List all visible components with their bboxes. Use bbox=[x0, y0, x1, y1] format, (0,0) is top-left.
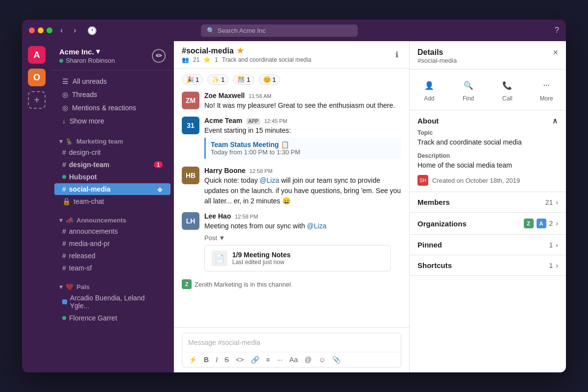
shortcuts-label: Shortcuts bbox=[417, 261, 452, 270]
sidebar-item-show-more[interactable]: ↓ Show more bbox=[54, 115, 171, 127]
group-pals-label[interactable]: ▾ ❤️ Pals bbox=[51, 280, 173, 292]
topic-value: Track and coordinate social media bbox=[417, 138, 558, 147]
channel-media-and-pr[interactable]: # media-and-pr bbox=[54, 238, 171, 249]
details-about-section: About ∧ Topic Track and coordinate socia… bbox=[410, 110, 566, 192]
channel-hubspot[interactable]: Hubspot bbox=[54, 171, 171, 183]
reaction-sparkle[interactable]: ✨ 1 bbox=[207, 74, 229, 85]
post-label[interactable]: Post ▼ bbox=[204, 234, 225, 242]
code-button[interactable]: <> bbox=[233, 354, 246, 365]
channel-team-sf[interactable]: # team-sf bbox=[54, 262, 171, 274]
members-meta: 21 › bbox=[545, 198, 558, 206]
msg-author: Acme Team bbox=[204, 117, 243, 124]
about-header[interactable]: About ∧ bbox=[417, 116, 558, 125]
search-bar[interactable]: 🔍 bbox=[201, 24, 358, 37]
action-find[interactable]: 🔍 Find bbox=[449, 75, 488, 104]
message-header: Lee Hao 12:58 PM bbox=[204, 212, 401, 220]
action-call-label: Call bbox=[502, 95, 513, 102]
group-marketing-label[interactable]: ▾ 🦜 Marketing team bbox=[51, 135, 173, 146]
dm-florence[interactable]: Florence Garret bbox=[54, 312, 171, 324]
members-icon: 👥 bbox=[182, 56, 189, 63]
workspace-icon-primary[interactable]: A bbox=[28, 46, 46, 64]
avatar: HB bbox=[182, 167, 199, 184]
member-count: 21 bbox=[193, 56, 199, 63]
group-announcements-label[interactable]: ▾ 📣 Announcements bbox=[51, 214, 173, 225]
back-button[interactable]: ‹ bbox=[57, 24, 66, 37]
italic-button[interactable]: I bbox=[213, 354, 220, 365]
more-formatting-button[interactable]: ··· bbox=[274, 354, 285, 365]
workspace-name[interactable]: Acme Inc. ▾ bbox=[59, 47, 115, 56]
channel-description: Track and coordinate social media bbox=[222, 56, 311, 63]
compose-button[interactable]: ✏ bbox=[152, 49, 166, 63]
mentions-label: Mentions & reactions bbox=[72, 104, 136, 112]
msg-text: No! It was my pleasure! Great to see the… bbox=[204, 100, 401, 111]
action-more[interactable]: ··· More bbox=[527, 75, 566, 104]
mention-button[interactable]: @ bbox=[302, 354, 314, 365]
message-body: Zoe Maxwell 11:56 AM No! It was my pleas… bbox=[204, 92, 401, 111]
reaction-smile[interactable]: 😊 1 bbox=[259, 74, 280, 85]
threads-icon: ◎ bbox=[62, 91, 68, 98]
workspace-icon-secondary[interactable]: O bbox=[28, 69, 46, 86]
strikethrough-button[interactable]: S bbox=[222, 354, 231, 365]
lightning-button[interactable]: ⚡ bbox=[186, 354, 199, 365]
bookmark-icon: ◆ bbox=[157, 185, 163, 193]
reaction-party[interactable]: 🎉 1 bbox=[182, 74, 203, 85]
org-badge-z: Z bbox=[524, 219, 534, 228]
channel-team-chat[interactable]: 🔒 team-chat bbox=[54, 196, 171, 207]
list-button[interactable]: ≡ bbox=[264, 354, 272, 365]
attachment-button[interactable]: 📎 bbox=[330, 354, 343, 365]
unread-badge: 1 bbox=[154, 161, 163, 168]
close-details-button[interactable]: × bbox=[553, 48, 558, 57]
mention[interactable]: @Liza bbox=[307, 222, 326, 230]
doc-card[interactable]: 📄 1/9 Meeting Notes Last edited just now bbox=[204, 245, 391, 271]
system-avatar: Z bbox=[182, 279, 192, 289]
unreads-label: All unreads bbox=[73, 77, 107, 85]
link-button[interactable]: 🔗 bbox=[248, 354, 262, 365]
sidebar-item-unreads[interactable]: ☰ All unreads bbox=[54, 75, 171, 88]
minimize-button[interactable] bbox=[38, 27, 44, 33]
msg-author: Lee Hao bbox=[204, 212, 231, 220]
reaction-confetti[interactable]: 🎊 1 bbox=[233, 74, 254, 85]
event-card[interactable]: Team Status Meeting 📋 Today from 1:00 PM… bbox=[204, 138, 401, 159]
organizations-row[interactable]: Organizations Z A 2 › bbox=[410, 213, 566, 235]
dm-arcadio[interactable]: Arcadio Buendia, Leland Ygle... bbox=[54, 292, 171, 312]
bold-button[interactable]: B bbox=[201, 354, 211, 365]
details-panel: Details #social-media × 👤 Add 🔍 Find 📞 C… bbox=[409, 41, 566, 372]
event-time: Today from 1:00 PM to 1:30 PM bbox=[211, 148, 396, 156]
message-input[interactable] bbox=[182, 333, 401, 352]
channel-design-crit[interactable]: # design-crit bbox=[54, 147, 171, 158]
message-input-area: ⚡ B I S <> 🔗 ≡ ··· Aa @ ☺ 📎 bbox=[174, 327, 409, 372]
call-icon: 📞 bbox=[499, 77, 515, 93]
titlebar: ‹ › 🕐 🔍 ? bbox=[22, 20, 566, 41]
info-button[interactable]: ℹ bbox=[392, 48, 401, 61]
channel-design-team[interactable]: # design-team 1 bbox=[54, 159, 171, 171]
pinned-row[interactable]: Pinned 1 › bbox=[410, 235, 566, 255]
sidebar-header: Acme Inc. ▾ Sharon Robinson ✏ bbox=[51, 41, 173, 71]
search-input[interactable] bbox=[218, 27, 352, 34]
sidebar-item-mentions[interactable]: ◎ Mentions & reactions bbox=[54, 101, 171, 114]
channel-released[interactable]: # released bbox=[54, 250, 171, 262]
forward-button[interactable]: › bbox=[71, 24, 79, 37]
emoji-reaction-bar: 🎉 1 ✨ 1 🎊 1 😊 1 bbox=[174, 73, 409, 89]
sidebar-item-threads[interactable]: ◎ Threads bbox=[54, 88, 171, 101]
channel-announcements[interactable]: # announcements bbox=[54, 225, 171, 237]
history-button[interactable]: 🕐 bbox=[84, 24, 100, 37]
avatar: 31 bbox=[182, 117, 199, 134]
channel-social-media[interactable]: # social-media ◆ bbox=[54, 183, 171, 195]
text-style-button[interactable]: Aa bbox=[287, 354, 300, 365]
help-button[interactable]: ? bbox=[555, 26, 559, 35]
action-call[interactable]: 📞 Call bbox=[488, 75, 527, 104]
star-icon[interactable]: ★ bbox=[237, 46, 244, 55]
action-add[interactable]: 👤 Add bbox=[410, 75, 449, 104]
details-header: Details #social-media × bbox=[410, 41, 566, 70]
shortcuts-row[interactable]: Shortcuts 1 › bbox=[410, 255, 566, 276]
show-more-label: Show more bbox=[70, 117, 104, 125]
add-workspace-button[interactable]: + bbox=[28, 91, 46, 109]
topic-label: Topic bbox=[417, 129, 558, 136]
maximize-button[interactable] bbox=[47, 27, 52, 33]
sidebar: Acme Inc. ▾ Sharon Robinson ✏ ☰ All unre… bbox=[51, 41, 174, 372]
florence-status-icon bbox=[62, 316, 66, 320]
members-row[interactable]: Members 21 › bbox=[410, 192, 566, 213]
mention[interactable]: @Liza bbox=[260, 176, 279, 184]
close-button[interactable] bbox=[29, 27, 35, 33]
emoji-button[interactable]: ☺ bbox=[316, 354, 328, 365]
